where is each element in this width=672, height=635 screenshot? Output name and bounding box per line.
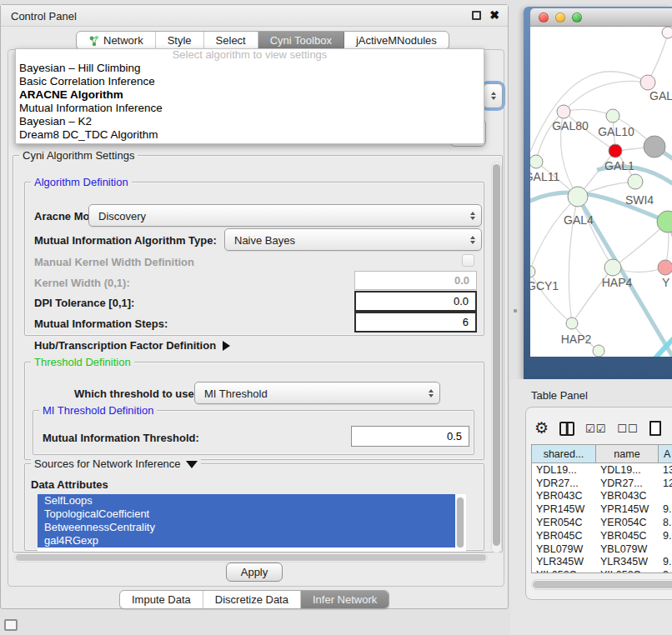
network-node-gcy1[interactable]	[530, 266, 535, 278]
tab-label: Select	[216, 34, 246, 47]
network-node-gal1[interactable]	[609, 144, 622, 158]
tab-cyni-toolbox[interactable]: Cyni Toolbox	[258, 32, 344, 49]
node-label: GAL	[649, 89, 672, 102]
network-node[interactable]	[593, 345, 604, 357]
network-canvas[interactable]: GALGAL80GAL10GAL1GAL11SWI4GAL4HAP4YGCY1H…	[530, 27, 672, 357]
kernel-width-field[interactable]: 0.0	[354, 271, 477, 290]
panel-divider-handle[interactable]	[514, 309, 517, 312]
minimized-panel-icon[interactable]	[4, 619, 18, 631]
network-node-gal80[interactable]	[557, 105, 570, 118]
mi-steps-field[interactable]: 6	[354, 312, 477, 332]
tab-select[interactable]: Select	[204, 32, 258, 49]
float-window-icon[interactable]	[472, 11, 481, 20]
data-attributes-list[interactable]: SelfLoopsTopologicalCoefficientBetweenne…	[38, 494, 466, 552]
table-row[interactable]: YBL079WYBL079W	[532, 542, 672, 556]
tab-label: Cyni Toolbox	[270, 34, 332, 47]
algorithm-option[interactable]: Bayesian – K2	[16, 115, 484, 128]
table-row[interactable]: YIL052CYIL052C9	[532, 568, 672, 573]
network-node[interactable]	[644, 136, 665, 158]
tab-discretize-data[interactable]: Discretize Data	[203, 591, 301, 608]
table-row[interactable]: YBR045CYBR045C9.	[532, 529, 672, 542]
tab-infer-network[interactable]: Infer Network	[301, 591, 389, 608]
table-cell: YDL19...	[532, 463, 596, 477]
attribute-item[interactable]: gal4RGexp	[38, 534, 455, 548]
network-node-gal[interactable]	[640, 75, 655, 90]
table-cell: YLR345W	[596, 556, 659, 569]
table-toolbar: ⚙ ☑☑ ☐☐	[534, 416, 672, 441]
network-node-y[interactable]	[658, 260, 672, 275]
select-all-icon[interactable]: ☑☑	[585, 422, 606, 435]
gear-icon[interactable]: ⚙	[534, 420, 549, 437]
settings-vscrollbar-thumb[interactable]	[493, 164, 500, 546]
node-label: GAL1	[604, 159, 634, 172]
sources-group-title: Sources for Network Inference	[34, 458, 181, 470]
threshold-definition-title: Threshold Definition	[31, 357, 134, 368]
column-header-clipped[interactable]: A	[659, 445, 672, 462]
mac-minimize-icon[interactable]	[555, 12, 565, 22]
tab-impute-data[interactable]: Impute Data	[120, 591, 203, 608]
attributes-scrollbar[interactable]	[456, 497, 464, 548]
close-icon[interactable]: ✖	[489, 8, 499, 22]
network-window-titlebar[interactable]	[530, 8, 672, 27]
network-node-hap2[interactable]	[566, 318, 578, 329]
node-table[interactable]: shared... name A YDL19...YDL19...13YDR27…	[531, 444, 672, 573]
algorithm-option[interactable]: Dream8 DC_TDC Algorithm	[16, 128, 484, 142]
mi-algorithm-type-select[interactable]: Naive Bayes	[224, 228, 482, 251]
algorithm-option[interactable]: ARACNE Algorithm	[16, 88, 484, 102]
tab-label: Impute Data	[132, 593, 191, 606]
table-cell: YBL079W	[596, 542, 659, 556]
network-node[interactable]	[662, 27, 672, 38]
hub-definition-toggle[interactable]: Hub/Transcription Factor Definition	[34, 339, 230, 352]
settings-hscrollbar-thumb[interactable]	[16, 554, 486, 561]
network-node-gal4[interactable]	[568, 187, 588, 207]
dpi-tolerance-field[interactable]: 0.0	[354, 291, 477, 312]
table-row[interactable]: YBR043CYBR043C	[532, 490, 672, 503]
table-row[interactable]: YPR145WYPR145W9.	[532, 502, 672, 516]
network-node-swi4[interactable]	[628, 174, 643, 189]
attribute-item[interactable]: SelfLoops	[38, 494, 455, 508]
table-cell: YBR045C	[596, 529, 659, 542]
node-label: GCY1	[530, 279, 559, 292]
network-node-hap4[interactable]	[604, 259, 621, 276]
table-row[interactable]: YLR345WYLR345W9.	[532, 556, 672, 569]
mi-threshold-field[interactable]: 0.5	[351, 426, 469, 447]
table-horizontal-scrollbar[interactable]	[531, 579, 672, 590]
settings-horizontal-scrollbar[interactable]	[14, 552, 488, 562]
collapsed-arrow-icon	[223, 341, 230, 351]
network-node-gal11[interactable]	[530, 155, 543, 168]
attribute-item[interactable]: BetweennessCentrality	[38, 521, 455, 534]
attributes-scrollbar-thumb[interactable]	[457, 498, 464, 548]
network-edge	[530, 197, 578, 272]
network-view-window: GALGAL80GAL10GAL1GAL11SWI4GAL4HAP4YGCY1H…	[524, 7, 672, 379]
columns-icon[interactable]	[559, 422, 574, 436]
mac-close-icon[interactable]	[539, 12, 549, 22]
network-node-gal10[interactable]	[606, 109, 619, 122]
aracne-mode-select[interactable]: Discovery	[88, 204, 482, 227]
table-cell	[659, 490, 672, 503]
tab-style[interactable]: Style	[156, 32, 204, 49]
table-row[interactable]: YER054CYER054C8.	[532, 516, 672, 529]
which-threshold-select[interactable]: MI Threshold	[194, 382, 440, 404]
algorithm-option[interactable]: Bayesian – Hill Climbing	[16, 62, 484, 75]
attribute-item[interactable]: TopologicalCoefficient	[38, 508, 455, 521]
apply-button[interactable]: Apply	[226, 562, 283, 582]
column-header-shared-name[interactable]: shared...	[532, 445, 596, 462]
column-header-name[interactable]: name	[596, 445, 659, 462]
tab-jactivemnodules[interactable]: jActiveMNodules	[344, 32, 449, 49]
table-hscrollbar-thumb[interactable]	[533, 581, 672, 588]
new-table-icon[interactable]	[649, 421, 661, 436]
table-row[interactable]: YDR27...YDR27...12	[532, 477, 672, 490]
node-label: GAL11	[530, 170, 559, 183]
settings-vertical-scrollbar[interactable]	[491, 162, 502, 553]
sources-group-toggle[interactable]: Sources for Network Inference	[31, 458, 201, 469]
table-cell	[659, 542, 672, 556]
algorithm-option[interactable]: Basic Correlation Inference	[16, 75, 484, 88]
table-row[interactable]: YDL19...YDL19...13	[532, 463, 672, 477]
tab-network[interactable]: Network	[77, 32, 156, 49]
which-threshold-value: MI Threshold	[204, 387, 268, 399]
algorithm-option[interactable]: Mutual Information Inference	[16, 102, 484, 115]
mac-zoom-icon[interactable]	[572, 12, 582, 22]
deselect-all-icon[interactable]: ☐☐	[617, 422, 638, 435]
hub-definition-label: Hub/Transcription Factor Definition	[34, 339, 216, 352]
manual-kernel-width-checkbox[interactable]	[462, 254, 474, 267]
